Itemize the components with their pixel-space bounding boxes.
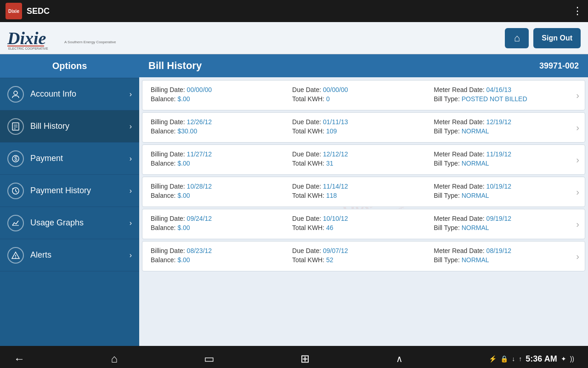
- bill-type-field: Bill Type: POSTED NOT BILLED: [434, 95, 570, 103]
- bill-row[interactable]: Billing Date: 11/27/12 Balance: $.00 Due…: [142, 144, 585, 175]
- balance-field: Balance: $.00: [151, 160, 287, 167]
- logo-svg: Dixie ELECTRIC COOPERATIVE: [7, 27, 62, 50]
- account-info-label: Account Info: [30, 89, 130, 99]
- account-info-icon: [7, 86, 24, 103]
- bill-list: Billing Date: 00/00/00 Balance: $.00 Due…: [139, 77, 588, 346]
- balance-field: Balance: $.00: [151, 192, 287, 199]
- main-content: Bill History 39971-002 Dixie ELECTRIC CO…: [139, 54, 588, 346]
- home-nav-icon[interactable]: ⌂: [111, 352, 118, 365]
- sidebar-item-payment[interactable]: $ Payment ›: [0, 143, 139, 175]
- billing-date-field: Billing Date: 09/24/12: [151, 215, 287, 222]
- app-icon: Dixie: [6, 3, 22, 19]
- content-area: Options Account Info › Bill History › $: [0, 54, 588, 346]
- app-container: Dixie ELECTRIC COOPERATIVE A Southern En…: [0, 22, 588, 346]
- balance-field: Balance: $.00: [151, 256, 287, 264]
- bill-col-2: Due Date: 01/11/13 Total KWH: 109: [289, 117, 431, 138]
- usage-graphs-icon: [7, 215, 24, 231]
- kwh-field: Total KWH: 46: [292, 224, 428, 231]
- payment-history-chevron: ›: [130, 187, 132, 195]
- alerts-icon: [7, 247, 24, 264]
- bill-col-1: Billing Date: 11/27/12 Balance: $.00: [148, 150, 289, 170]
- sidebar-item-usage-graphs[interactable]: Usage Graphs ›: [0, 207, 139, 239]
- recents-nav-icon[interactable]: ▭: [204, 352, 215, 365]
- bill-col-1: Billing Date: 09/24/12 Balance: $.00: [148, 214, 289, 234]
- bill-type-field: Bill Type: NORMAL: [434, 192, 570, 199]
- bill-row-chevron[interactable]: ›: [572, 117, 579, 138]
- logo-subtitle: A Southern Energy Cooperative: [64, 40, 116, 45]
- bill-row[interactable]: Billing Date: 08/23/12 Balance: $.00 Due…: [142, 241, 585, 271]
- account-info-chevron: ›: [130, 90, 132, 98]
- bill-row[interactable]: Billing Date: 10/28/12 Balance: $.00 Due…: [142, 177, 585, 207]
- payment-label: Payment: [30, 154, 130, 163]
- bill-row-chevron[interactable]: ›: [572, 214, 579, 234]
- kwh-field: Total KWH: 31: [292, 160, 428, 167]
- signout-button[interactable]: Sign Out: [533, 28, 581, 48]
- billing-date-field: Billing Date: 12/26/12: [151, 118, 287, 126]
- bill-col-3: Meter Read Date: 08/19/12 Bill Type: NOR…: [431, 246, 572, 266]
- due-date-field: Due Date: 11/14/12: [292, 183, 428, 190]
- due-date-field: Due Date: 12/12/12: [292, 150, 428, 158]
- menu-dots-icon[interactable]: ⋮: [572, 5, 582, 17]
- balance-field: Balance: $30.00: [151, 127, 287, 135]
- bill-row[interactable]: Billing Date: 00/00/00 Balance: $.00 Due…: [142, 80, 585, 110]
- meter-read-date-field: Meter Read Date: 09/19/12: [434, 215, 570, 222]
- bill-row-chevron[interactable]: ›: [572, 182, 579, 202]
- svg-text:ELECTRIC COOPERATIVE: ELECTRIC COOPERATIVE: [8, 47, 48, 50]
- main-header: Bill History 39971-002: [139, 54, 588, 77]
- alerts-label: Alerts: [30, 250, 130, 260]
- sidebar-header: Options: [0, 54, 139, 78]
- back-nav-icon[interactable]: ←: [14, 352, 25, 365]
- bluetooth-icon: ✦: [561, 355, 566, 362]
- sidebar-item-alerts[interactable]: Alerts ›: [0, 239, 139, 271]
- bill-col-2: Due Date: 09/07/12 Total KWH: 52: [289, 246, 431, 266]
- bill-row[interactable]: Billing Date: 12/26/12 Balance: $30.00 D…: [142, 112, 585, 143]
- top-status-bar: Dixie SEDC ⋮: [0, 0, 588, 22]
- bill-type-field: Bill Type: NORMAL: [434, 160, 570, 167]
- due-date-field: Due Date: 10/10/12: [292, 215, 428, 222]
- sidebar: Options Account Info › Bill History › $: [0, 54, 139, 346]
- bill-history-icon: [7, 118, 24, 135]
- bill-type-field: Bill Type: NORMAL: [434, 127, 570, 135]
- sidebar-item-account-info[interactable]: Account Info ›: [0, 78, 139, 110]
- status-icons: ⚡ 🔒 ↓ ↑ 5:36 AM ✦ )): [489, 354, 574, 364]
- sidebar-item-payment-history[interactable]: Payment History ›: [0, 175, 139, 207]
- svg-point-3: [14, 91, 17, 95]
- usage-graphs-chevron: ›: [130, 219, 132, 227]
- sidebar-item-bill-history[interactable]: Bill History ›: [0, 110, 139, 143]
- up-nav-icon[interactable]: ∧: [396, 353, 403, 364]
- meter-read-date-field: Meter Read Date: 08/19/12: [434, 247, 570, 254]
- download-icon: ↓: [512, 355, 515, 362]
- billing-date-field: Billing Date: 10/28/12: [151, 183, 287, 190]
- bill-col-2: Due Date: 10/10/12 Total KWH: 46: [289, 214, 431, 234]
- kwh-field: Total KWH: 0: [292, 95, 428, 103]
- app-title: SEDC: [27, 6, 572, 16]
- bill-col-1: Billing Date: 12/26/12 Balance: $30.00: [148, 117, 289, 138]
- kwh-field: Total KWH: 109: [292, 127, 428, 135]
- time-display: 5:36 AM: [526, 354, 557, 364]
- bill-col-3: Meter Read Date: 12/19/12 Bill Type: NOR…: [431, 117, 572, 138]
- usb-icon: ⚡: [489, 355, 497, 362]
- bill-row[interactable]: Billing Date: 09/24/12 Balance: $.00 Due…: [142, 209, 585, 239]
- bill-history-label: Bill History: [30, 121, 130, 131]
- qr-nav-icon[interactable]: ⊞: [300, 352, 310, 365]
- billing-date-field: Billing Date: 00/00/00: [151, 86, 287, 93]
- bill-history-chevron: ›: [130, 122, 132, 131]
- bill-col-1: Billing Date: 10/28/12 Balance: $.00: [148, 182, 289, 202]
- balance-field: Balance: $.00: [151, 224, 287, 231]
- payment-icon: $: [7, 150, 24, 167]
- bill-col-1: Billing Date: 08/23/12 Balance: $.00: [148, 246, 289, 266]
- alerts-chevron: ›: [130, 251, 132, 259]
- svg-text:$: $: [14, 155, 17, 162]
- due-date-field: Due Date: 09/07/12: [292, 247, 428, 254]
- bill-row-chevron[interactable]: ›: [572, 150, 579, 170]
- bill-col-3: Meter Read Date: 10/19/12 Bill Type: NOR…: [431, 182, 572, 202]
- bill-row-chevron[interactable]: ›: [572, 85, 579, 105]
- bottom-nav: ← ⌂ ▭ ⊞ ∧ ⚡ 🔒 ↓ ↑ 5:36 AM ✦ )): [0, 346, 588, 368]
- meter-read-date-field: Meter Read Date: 12/19/12: [434, 118, 570, 126]
- meter-read-date-field: Meter Read Date: 04/16/13: [434, 86, 570, 93]
- bill-row-chevron[interactable]: ›: [572, 246, 579, 266]
- logo-area: Dixie ELECTRIC COOPERATIVE A Southern En…: [7, 27, 505, 50]
- page-title: Bill History: [148, 60, 539, 72]
- bill-col-2: Due Date: 11/14/12 Total KWH: 118: [289, 182, 431, 202]
- home-button[interactable]: ⌂: [505, 28, 529, 48]
